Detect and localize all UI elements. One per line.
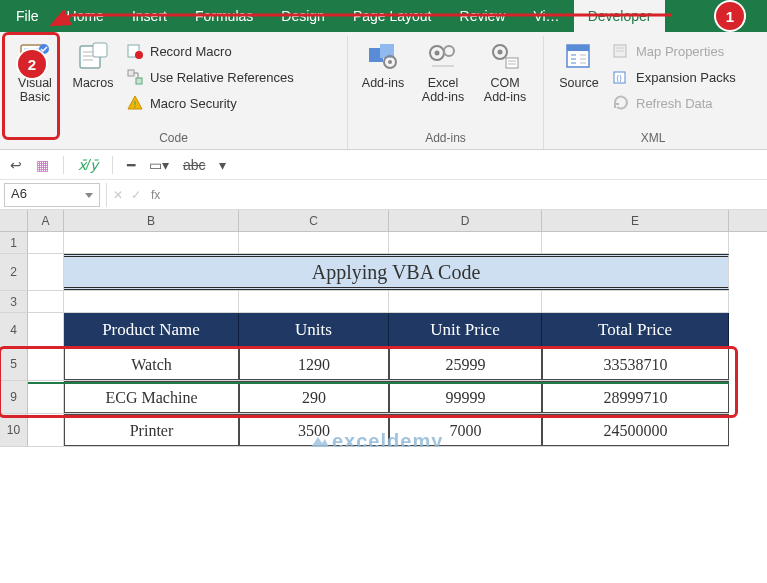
row-header[interactable]: 3 (0, 291, 28, 313)
expansion-packs-button[interactable]: ⟨⟩ Expansion Packs (612, 66, 736, 88)
col-header-c[interactable]: C (239, 210, 389, 231)
separator (106, 183, 107, 207)
tab-formulas[interactable]: Formulas (181, 2, 267, 30)
excel-addins-button[interactable]: Excel Add-ins (412, 36, 474, 129)
refresh-data-label: Refresh Data (636, 96, 713, 111)
svg-point-19 (498, 50, 503, 55)
group-xml: Source Map Properties ⟨⟩ Expansion Packs… (544, 36, 762, 149)
formula-bar: A6 ✕ ✓ fx (0, 180, 767, 210)
row-header[interactable]: 10 (0, 414, 28, 447)
tab-pagelayout[interactable]: Page Layout (339, 2, 446, 30)
row-header[interactable]: 1 (0, 232, 28, 254)
source-icon (562, 40, 596, 74)
svg-rect-22 (567, 45, 589, 51)
table-row: Watch 1290 25999 33538710 (28, 348, 729, 381)
th-product[interactable]: Product Name (64, 313, 239, 347)
expansion-packs-label: Expansion Packs (636, 70, 736, 85)
tab-review[interactable]: Review (446, 2, 520, 30)
cell[interactable]: 33538710 (542, 348, 729, 380)
source-label: Source (559, 76, 599, 90)
group-code: Visual Basic Macros Record Macro Use Rel… (0, 36, 348, 149)
col-header-b[interactable]: B (64, 210, 239, 231)
tab-view[interactable]: Vi… (519, 2, 573, 30)
qat-border-icon[interactable]: ▭▾ (149, 157, 169, 173)
map-properties-button[interactable]: Map Properties (612, 40, 736, 62)
col-header-a[interactable]: A (28, 210, 64, 231)
tab-design[interactable]: Design (267, 2, 339, 30)
excel-addins-label: Excel Add-ins (414, 76, 472, 105)
visual-basic-label: Visual Basic (8, 76, 62, 105)
worksheet-grid: A B C D E 1 2 3 4 5 9 10 Applying VBA Co… (0, 210, 767, 447)
svg-rect-20 (506, 58, 518, 68)
cancel-icon[interactable]: ✕ (109, 188, 127, 202)
com-addins-button[interactable]: COM Add-ins (474, 36, 536, 129)
cell[interactable]: 7000 (389, 414, 542, 446)
callout-2: 2 (18, 50, 46, 78)
name-box[interactable]: A6 (4, 183, 100, 207)
column-headers: A B C D E (0, 210, 767, 232)
cell[interactable]: ECG Machine (64, 381, 239, 413)
qat-xy-icon[interactable]: x̄/ȳ (78, 157, 98, 173)
col-header-d[interactable]: D (389, 210, 542, 231)
title-cell[interactable]: Applying VBA Code (64, 254, 729, 290)
svg-rect-4 (93, 43, 107, 57)
warning-icon (126, 94, 144, 112)
record-macro-label: Record Macro (150, 44, 232, 59)
tab-insert[interactable]: Insert (118, 2, 181, 30)
macro-security-button[interactable]: Macro Security (126, 92, 294, 114)
source-button[interactable]: Source (550, 36, 608, 129)
row-header[interactable]: 2 (0, 254, 28, 291)
tab-developer[interactable]: Developer (574, 0, 666, 32)
refresh-data-button[interactable]: Refresh Data (612, 92, 736, 114)
use-relative-label: Use Relative References (150, 70, 294, 85)
macros-label: Macros (73, 76, 114, 90)
callout-1: 1 (716, 2, 744, 30)
cell[interactable]: 24500000 (542, 414, 729, 446)
ribbon: Visual Basic Macros Record Macro Use Rel… (0, 32, 767, 150)
qat-strike-icon[interactable]: abc (183, 157, 206, 173)
th-price[interactable]: Unit Price (389, 313, 542, 347)
th-units[interactable]: Units (239, 313, 389, 347)
cell[interactable]: 28999710 (542, 381, 729, 413)
svg-point-17 (444, 46, 454, 56)
qat-bold-icon[interactable]: ━ (127, 157, 135, 173)
cell[interactable]: 1290 (239, 348, 389, 380)
svg-rect-7 (128, 70, 134, 76)
svg-point-14 (388, 60, 392, 64)
enter-icon[interactable]: ✓ (127, 188, 145, 202)
cell[interactable]: 25999 (389, 348, 542, 380)
row-header[interactable]: 5 (0, 348, 28, 381)
record-macro-button[interactable]: Record Macro (126, 40, 294, 62)
cell[interactable]: 3500 (239, 414, 389, 446)
map-properties-icon (612, 42, 630, 60)
cell[interactable]: Watch (64, 348, 239, 380)
record-macro-icon (126, 42, 144, 60)
col-header-e[interactable]: E (542, 210, 729, 231)
separator (63, 156, 64, 174)
tab-file[interactable]: File (2, 2, 53, 30)
qat-undo-icon[interactable]: ↩ (10, 157, 22, 173)
select-all-corner[interactable] (0, 210, 28, 231)
cell[interactable]: 99999 (389, 381, 542, 413)
cell[interactable]: Printer (64, 414, 239, 446)
qat-save-icon[interactable]: ▦ (36, 157, 49, 173)
expansion-packs-icon: ⟨⟩ (612, 68, 630, 86)
fx-icon[interactable]: fx (145, 188, 166, 202)
row-header[interactable]: 9 (0, 381, 28, 414)
addins-button[interactable]: Add-ins (354, 36, 412, 129)
svg-point-6 (135, 51, 143, 59)
macros-button[interactable]: Macros (64, 36, 122, 129)
svg-text:⟨⟩: ⟨⟩ (616, 74, 622, 83)
th-total[interactable]: Total Price (542, 313, 729, 347)
use-relative-button[interactable]: Use Relative References (126, 66, 294, 88)
qat-dropdown-icon[interactable]: ▾ (219, 157, 226, 173)
formula-input[interactable] (166, 183, 767, 207)
tab-home[interactable]: Home (53, 2, 118, 30)
svg-rect-9 (134, 101, 136, 105)
row-header[interactable]: 4 (0, 313, 28, 348)
quick-access-toolbar: ↩ ▦ x̄/ȳ ━ ▭▾ abc ▾ (0, 150, 767, 180)
sheet-area[interactable]: Applying VBA Code Product Name Units Uni… (28, 232, 729, 447)
cell[interactable]: 290 (239, 381, 389, 413)
refresh-icon (612, 94, 630, 112)
map-properties-label: Map Properties (636, 44, 724, 59)
